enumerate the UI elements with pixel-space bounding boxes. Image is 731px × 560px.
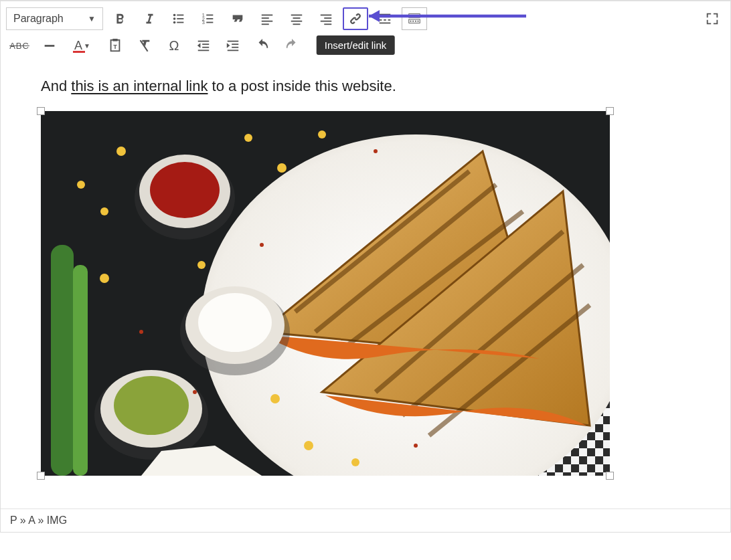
svg-point-80 [116,147,126,156]
numbered-list-button[interactable]: 123 [195,7,221,30]
svg-rect-33 [415,15,416,17]
text-color-button[interactable]: A ▼ [66,34,98,57]
svg-rect-42 [112,39,117,41]
svg-point-90 [77,181,85,189]
undo-button[interactable] [250,34,275,57]
bold-button[interactable] [107,7,133,30]
svg-rect-15 [262,23,269,25]
fullscreen-button[interactable] [700,7,725,30]
decrease-indent-icon [196,38,211,53]
svg-rect-19 [293,23,301,25]
svg-rect-50 [232,43,238,45]
svg-rect-16 [291,15,303,16]
bold-icon [112,11,127,26]
element-path-bar[interactable]: P » A » IMG [1,508,730,532]
clear-formatting-icon [137,38,152,53]
align-right-button[interactable] [313,7,339,30]
horizontal-rule-button[interactable] [37,34,62,57]
toolbar-toggle-button[interactable] [402,7,427,30]
paste-as-text-icon: T [108,38,123,53]
inserted-image[interactable] [41,111,610,476]
svg-rect-37 [412,21,414,22]
svg-point-93 [193,390,197,394]
svg-rect-26 [380,19,382,21]
redo-button[interactable] [279,34,305,57]
svg-point-86 [270,394,280,403]
svg-point-89 [100,207,108,215]
svg-rect-7 [206,15,213,16]
link-icon [348,11,363,26]
paragraph[interactable]: And this is an internal link to a post i… [41,78,712,95]
svg-marker-53 [227,43,230,48]
svg-point-94 [260,243,264,247]
svg-rect-23 [324,23,331,25]
italic-icon [142,11,157,26]
editor-content[interactable]: And this is an internal link to a post i… [1,60,730,508]
svg-point-76 [114,376,189,435]
svg-point-84 [100,274,109,283]
align-left-button[interactable] [254,7,280,30]
svg-point-4 [173,21,176,24]
svg-rect-49 [228,41,239,42]
svg-rect-78 [73,265,88,476]
align-right-icon [319,11,333,26]
special-character-button[interactable]: Ω [161,34,187,57]
svg-rect-22 [321,21,332,22]
svg-rect-36 [410,21,412,22]
decrease-indent-button[interactable] [191,34,216,57]
resize-handle-tl[interactable] [37,107,45,115]
svg-rect-21 [324,17,331,19]
text-color-swatch [73,51,85,53]
svg-rect-31 [410,15,412,17]
format-dropdown[interactable]: Paragraph ▼ [6,7,103,30]
svg-rect-32 [412,15,414,17]
resize-handle-bl[interactable] [37,472,45,480]
svg-rect-34 [418,15,419,17]
svg-rect-29 [380,23,391,24]
align-center-icon [289,11,304,26]
special-character-icon: Ω [169,38,179,54]
svg-rect-11 [206,22,213,23]
svg-rect-28 [388,19,391,21]
toolbar-row-1: Paragraph ▼ 123 [6,5,725,32]
image-selection[interactable] [41,111,610,476]
insert-link-button[interactable]: Insert/edit link [343,7,368,30]
increase-indent-icon [226,38,240,53]
svg-point-70 [150,162,220,218]
strikethrough-button[interactable]: ABC [6,34,33,57]
toolbar-toggle-icon [407,11,422,26]
bulleted-list-button[interactable] [166,7,191,30]
resize-handle-tr[interactable] [606,107,614,115]
internal-link-text[interactable]: this is an internal link [71,78,208,94]
svg-rect-27 [384,19,386,21]
svg-point-87 [304,441,313,450]
svg-rect-38 [415,21,416,22]
text-suffix: to a post inside this website. [208,78,396,94]
svg-point-91 [374,149,378,153]
svg-rect-3 [177,18,183,19]
svg-rect-46 [202,47,209,48]
svg-rect-52 [228,50,239,51]
italic-button[interactable] [137,7,162,30]
blockquote-button[interactable] [225,7,250,30]
svg-rect-14 [262,21,273,22]
svg-rect-18 [291,21,303,22]
svg-point-0 [173,14,176,17]
increase-indent-button[interactable] [220,34,246,57]
read-more-button[interactable] [372,7,398,30]
svg-rect-25 [380,16,391,17]
svg-rect-1 [177,15,183,16]
clear-formatting-button[interactable] [132,34,157,57]
svg-rect-44 [198,41,210,42]
svg-point-85 [197,261,206,269]
svg-rect-51 [232,47,238,48]
paste-as-text-button[interactable]: T [102,34,128,57]
svg-point-88 [351,458,359,466]
horizontal-rule-icon [42,38,57,53]
caret-down-icon: ▼ [84,42,90,50]
align-center-button[interactable] [284,7,309,30]
undo-icon [255,38,270,53]
resize-handle-br[interactable] [606,472,614,480]
align-left-icon [260,11,274,26]
svg-rect-20 [321,15,332,16]
